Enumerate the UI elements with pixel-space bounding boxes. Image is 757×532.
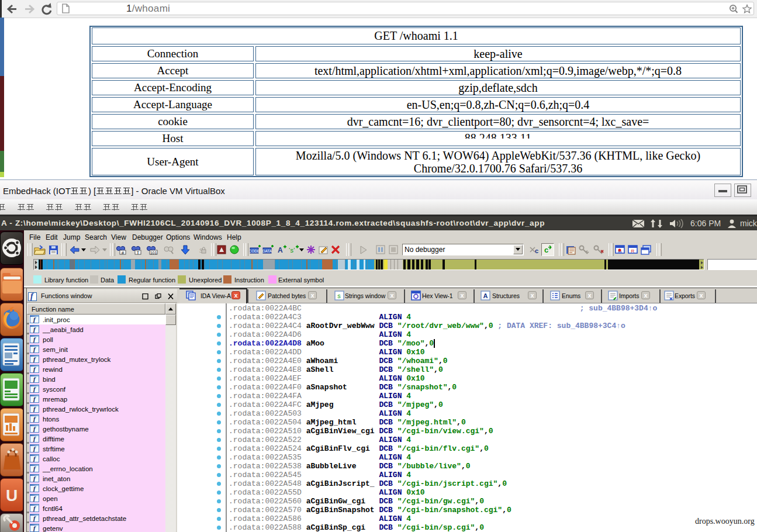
svg-text:‘s’: ‘s’ bbox=[289, 247, 295, 254]
svg-text:#: # bbox=[122, 250, 125, 255]
svg-text:s: s bbox=[337, 292, 341, 299]
svg-text:A: A bbox=[483, 292, 488, 299]
svg-text:R: R bbox=[631, 248, 635, 254]
svg-text:A: A bbox=[278, 246, 283, 254]
svg-text:T: T bbox=[137, 250, 140, 255]
svg-text:c: c bbox=[544, 246, 548, 254]
svg-text:CODE: CODE bbox=[250, 249, 260, 253]
svg-text:U: U bbox=[6, 486, 18, 505]
svg-text:c: c bbox=[535, 247, 538, 254]
svg-text:DATA: DATA bbox=[262, 249, 272, 253]
svg-text:101: 101 bbox=[150, 251, 157, 255]
